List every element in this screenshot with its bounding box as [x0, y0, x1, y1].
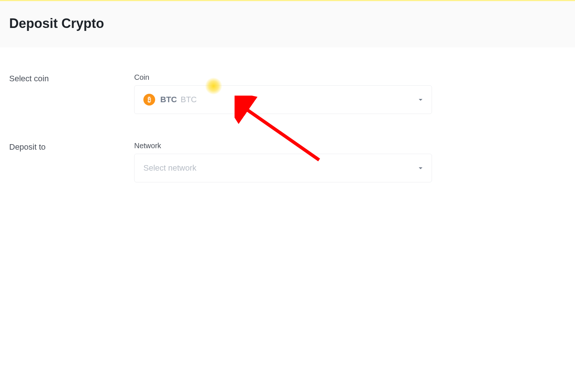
- coin-symbol: BTC: [160, 95, 177, 104]
- coin-field-title: Coin: [134, 73, 432, 82]
- coin-select-dropdown[interactable]: ₿ BTC BTC: [134, 85, 432, 114]
- coin-name: BTC: [181, 95, 197, 104]
- network-placeholder: Select network: [143, 163, 196, 173]
- coin-section-label: Select coin: [9, 73, 134, 114]
- network-section-label: Deposit to: [9, 142, 134, 182]
- network-select-dropdown[interactable]: Select network: [134, 154, 432, 182]
- chevron-down-icon: [418, 165, 423, 171]
- coin-field-wrapper: Coin ₿ BTC BTC: [134, 73, 432, 114]
- bitcoin-icon: ₿: [143, 94, 155, 106]
- main-content: Select coin Coin ₿ BTC BTC Deposit to Ne…: [0, 47, 575, 182]
- chevron-down-icon: [418, 96, 423, 103]
- coin-row: Select coin Coin ₿ BTC BTC: [0, 73, 575, 114]
- page-header: Deposit Crypto: [0, 0, 575, 47]
- network-row: Deposit to Network Select network: [0, 142, 575, 182]
- network-field-title: Network: [134, 142, 432, 150]
- network-field-wrapper: Network Select network: [134, 142, 432, 182]
- page-title: Deposit Crypto: [9, 16, 566, 31]
